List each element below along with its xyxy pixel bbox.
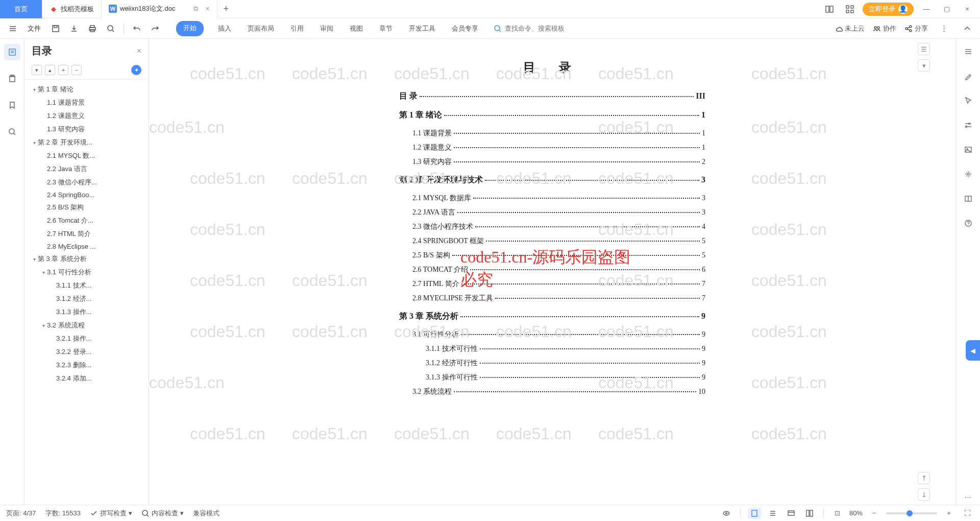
outline-item[interactable]: 3.2.2 登录... [24,345,149,359]
toc-row[interactable]: 2.2 JAVA 语言3 [399,208,705,217]
spellcheck-button[interactable]: 拼写检查 ▾ [90,509,132,518]
toc-row[interactable]: 3.1.2 经济可行性9 [399,359,705,368]
minimize-button[interactable]: — [919,2,934,17]
redo-icon[interactable] [148,21,163,36]
tab-add-button[interactable]: + [217,4,235,14]
grid-icon[interactable] [842,2,857,17]
undo-icon[interactable] [129,21,144,36]
tab-document[interactable]: W weiixn183论文.doc ⧉ × [102,0,217,18]
tab-popout-icon[interactable]: ⧉ [193,5,198,13]
image-icon[interactable] [961,142,976,157]
close-panel-icon[interactable]: × [137,46,141,56]
read-view-icon[interactable] [803,508,816,519]
more-tools-icon[interactable]: ⋯ [961,489,976,505]
help-icon[interactable] [961,216,976,231]
toc-row[interactable]: 2.4 SPRINGBOOT 框架5 [399,236,705,246]
page-indicator[interactable]: 页面: 4/37 [6,509,36,518]
toc-row[interactable]: 1.3 研究内容2 [399,157,705,167]
toc-row[interactable]: 第 1 章 绪论1 [399,110,705,121]
expand-all-icon[interactable]: ▴ [45,65,55,75]
toc-row[interactable]: 2.8 MYECLIPSE 开发工具7 [399,294,705,303]
login-button[interactable]: 立即登录 👤 [863,3,914,16]
gear-icon[interactable] [961,167,976,182]
toc-row[interactable]: 3.1.1 技术可行性9 [399,344,705,353]
file-menu[interactable]: 文件 [28,24,41,33]
toc-row[interactable]: 第 2 章 开发环境与技术3 [399,175,705,185]
preview-icon[interactable] [103,21,118,36]
outline-item[interactable]: ▾第 2 章 开发环境... [24,136,149,149]
edit-icon[interactable] [961,68,976,84]
export-icon[interactable] [66,21,82,36]
ribbon-tab-review[interactable]: 审阅 [318,21,335,36]
outline-item[interactable]: 2.6 Tomcat 介... [24,214,149,227]
more-icon[interactable]: ⋮ [936,21,951,36]
read-icon[interactable] [961,191,976,206]
dropdown-toggle-icon[interactable]: ▾ [918,59,930,72]
menu-icon[interactable] [961,44,976,59]
bookmark-icon[interactable] [4,97,20,113]
page-up-icon[interactable]: ⤒ [918,472,930,484]
cloud-status[interactable]: 未上云 [835,24,865,33]
ribbon-tab-member[interactable]: 会员专享 [450,21,480,36]
panel-icon[interactable] [822,2,837,17]
outline-item[interactable]: 3.2.4 添加... [24,372,149,385]
web-view-icon[interactable] [785,508,798,519]
clipboard-icon[interactable] [4,70,20,87]
outline-item[interactable]: 2.1 MYSQL 数... [24,149,149,162]
add-level-icon[interactable]: + [58,65,68,75]
outline-item[interactable]: 2.8 MyEclipse ... [24,241,149,252]
toc-row[interactable]: 目 录III [399,91,705,102]
ribbon-tab-references[interactable]: 引用 [288,21,306,36]
outline-item[interactable]: 2.5 B/S 架构 [24,201,149,214]
toc-row[interactable]: 1.2 课题意义1 [399,143,705,152]
zoom-out-button[interactable]: − [868,508,881,519]
word-count[interactable]: 字数: 15533 [45,509,81,518]
outline-item[interactable]: 2.4 SpringBoo... [24,189,149,201]
scroll-top-icon[interactable]: ☰ [918,43,930,55]
print-icon[interactable] [85,21,100,36]
outline-icon[interactable] [4,44,20,60]
zoom-slider[interactable] [886,512,937,514]
outline-item[interactable]: 1.1 课题背景 [24,96,149,109]
save-icon[interactable] [48,21,63,36]
outline-item[interactable]: 1.3 研究内容 [24,123,149,136]
outline-item[interactable]: 3.1.3 操作... [24,305,149,319]
outline-item[interactable]: 3.1.2 经济... [24,292,149,305]
close-icon[interactable]: × [205,5,209,13]
ribbon-tab-chapter[interactable]: 章节 [377,21,395,36]
outline-item[interactable]: 2.7 HTML 简介 [24,227,149,241]
collapse-all-icon[interactable]: ▾ [32,65,42,75]
toc-row[interactable]: 1.1 课题背景1 [399,129,705,138]
toc-row[interactable]: 2.1 MYSQL 数据库3 [399,194,705,203]
toc-row[interactable]: 2.3 微信小程序技术4 [399,222,705,231]
outline-item[interactable]: 3.2.1 操作... [24,332,149,345]
toc-row[interactable]: 3.1.3 操作可行性9 [399,373,705,382]
toc-row[interactable]: 3.2 系统流程10 [399,387,705,396]
eye-icon[interactable] [720,508,733,519]
collapse-ribbon-icon[interactable] [960,21,975,36]
cursor-icon[interactable] [961,93,976,108]
fullscreen-icon[interactable]: ⛶ [961,508,974,519]
outline-item[interactable]: 3.2.3 删除... [24,359,149,372]
menu-icon[interactable] [5,21,20,36]
search-icon[interactable] [4,124,20,140]
outline-item[interactable]: 3.1.1 技术... [24,279,149,292]
command-search[interactable] [494,25,586,33]
document-area[interactable]: 目 录 目 录III第 1 章 绪论11.1 课题背景11.2 课题意义11.3… [149,39,955,505]
ai-icon[interactable]: ✦ [131,65,141,75]
settings-icon[interactable] [961,117,976,133]
ribbon-tab-layout[interactable]: 页面布局 [246,21,276,36]
tab-templates[interactable]: ◆ 找稻壳模板 [42,0,102,18]
collab-button[interactable]: 协作 [873,24,896,33]
close-button[interactable]: × [960,2,975,17]
outline-item[interactable]: 2.2 Java 语言 [24,162,149,176]
tab-home[interactable]: 首页 [0,0,42,18]
outline-item[interactable]: ▾3.1 可行性分析 [24,266,149,279]
zoom-value[interactable]: 80% [849,509,863,517]
ribbon-tab-start[interactable]: 开始 [176,21,204,36]
toc-row[interactable]: 3.1 可行性分析9 [399,330,705,339]
ai-handle[interactable]: ◀ [966,340,980,361]
compat-mode[interactable]: 兼容模式 [193,509,219,518]
search-input[interactable] [505,25,586,32]
outline-item[interactable]: 1.2 课题意义 [24,109,149,123]
